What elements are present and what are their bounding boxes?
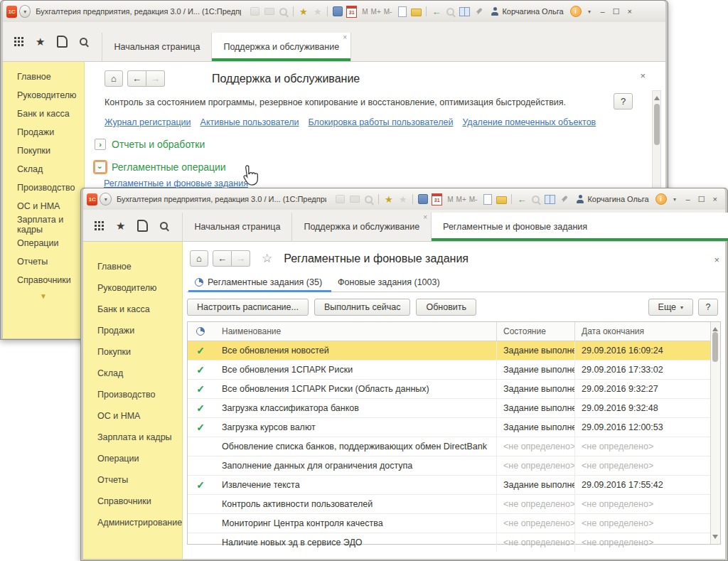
table-row[interactable]: ✓ Все обновления 1СПАРК Риски (Область д… — [188, 379, 711, 398]
calendar-icon[interactable]: 31 — [431, 193, 443, 205]
print-preview-icon[interactable] — [363, 193, 375, 205]
minimize-button[interactable]: – — [686, 195, 690, 203]
table-row[interactable]: ✓ Заполнение данных для ограничения дост… — [188, 456, 711, 475]
wrench-icon[interactable] — [558, 193, 570, 205]
home-button[interactable]: ⌂ — [105, 70, 123, 87]
table-header[interactable]: Наименование Состояние Дата окончания — [188, 322, 711, 341]
view-tab[interactable]: Регламентные задания (35) — [188, 274, 331, 292]
form-link[interactable]: Журнал регистрации — [105, 117, 191, 127]
table-row[interactable]: ✓ Все обновления 1СПАРК Риски Задание вы… — [188, 360, 711, 379]
sidebar-item[interactable]: Покупки — [3, 141, 84, 160]
history-back-icon[interactable]: ← — [515, 193, 528, 205]
table-row[interactable]: ✓ Наличие новых эд в сервисе ЭДО <не опр… — [188, 533, 711, 552]
sidebar-item[interactable]: Зарплата и кадры — [3, 215, 84, 234]
sidebar-item[interactable]: Продажи — [83, 320, 182, 341]
scheduled-jobs-link[interactable]: Регламентные и фоновые задания — [104, 178, 248, 188]
history-icon[interactable] — [57, 36, 68, 48]
calculator-icon[interactable] — [417, 193, 429, 205]
menu-grid-icon[interactable] — [95, 221, 104, 230]
save-icon[interactable] — [249, 6, 261, 17]
sidebar-item[interactable]: Отчеты — [3, 252, 84, 271]
toolbar-button[interactable]: Обновить — [416, 299, 476, 316]
back-button[interactable]: ← — [213, 250, 232, 267]
table-row[interactable]: ✓ Обновление списка банков, поддерживающ… — [188, 437, 711, 456]
print-preview-icon[interactable] — [277, 6, 289, 17]
sidebar-item[interactable]: Склад — [3, 160, 84, 178]
scroll-up-icon[interactable] — [712, 324, 718, 331]
main-menu-dropdown-icon[interactable]: ▾ — [100, 193, 112, 205]
close-button[interactable]: × — [628, 7, 632, 16]
window-tab[interactable]: Начальная страница × — [102, 33, 211, 61]
table-scrollbar[interactable] — [710, 322, 720, 544]
more-button[interactable]: Еще ▾ — [648, 299, 693, 316]
window-tab[interactable]: Регламентные и фоновые задания × — [431, 213, 728, 241]
history-back-icon[interactable]: ← — [430, 6, 442, 17]
new-document-icon[interactable] — [396, 6, 408, 17]
table-row[interactable]: ✓ Все обновления новостей Задание выполн… — [188, 341, 711, 360]
sidebar-item[interactable]: Главное — [3, 68, 84, 86]
sidebar-item[interactable]: Банк и касса — [83, 299, 182, 320]
toolbar-button[interactable]: Настроить расписание... — [187, 299, 309, 316]
close-button[interactable]: × — [713, 195, 717, 203]
sidebar-item[interactable]: Руководителю — [3, 86, 84, 105]
sidebar-item[interactable]: Продажи — [3, 123, 84, 141]
search-icon[interactable] — [80, 38, 87, 46]
sidebar-more-icon[interactable]: ▼ — [3, 292, 84, 300]
section-toggle-button[interactable]: › — [95, 161, 106, 173]
favorites-star-icon[interactable]: ★ — [116, 220, 125, 231]
print-icon[interactable] — [263, 6, 275, 17]
sidebar-item[interactable]: Производство — [3, 178, 84, 197]
sidebar-item[interactable]: Банк и касса — [3, 105, 84, 123]
column-end-date[interactable]: Дата окончания — [574, 322, 711, 341]
table-row[interactable]: ✓ Мониторинг Центра контроля качества <н… — [188, 513, 711, 533]
favorites-star-icon[interactable]: ★ — [36, 36, 45, 47]
split-window-icon[interactable] — [459, 6, 471, 17]
forward-button[interactable]: → — [146, 70, 165, 87]
sidebar-item[interactable]: Покупки — [83, 341, 182, 363]
table-row[interactable]: ✓ Извлечение текста Задание выполнено 29… — [188, 475, 711, 494]
scroll-up-icon[interactable] — [654, 93, 660, 100]
maximize-button[interactable]: ☐ — [698, 195, 705, 204]
sidebar-item[interactable]: Администрирование — [83, 512, 182, 533]
info-icon[interactable]: i — [655, 193, 667, 205]
minimize-button[interactable]: – — [601, 7, 605, 16]
tab-close-icon[interactable]: × — [343, 34, 347, 41]
sidebar-item[interactable]: Зарплата и кадры — [83, 427, 182, 448]
titlebar-dropdown-icon[interactable]: ▾ — [584, 6, 596, 17]
forward-button[interactable]: → — [232, 250, 250, 267]
history-icon[interactable] — [137, 220, 148, 232]
memory-buttons[interactable]: MM+M- — [447, 196, 477, 203]
sidebar-item[interactable]: Операции — [83, 448, 182, 469]
column-state[interactable]: Состояние — [496, 322, 574, 341]
help-button[interactable]: ? — [614, 93, 633, 109]
main-menu-dropdown-icon[interactable]: ▾ — [19, 5, 31, 18]
table-row[interactable]: ✓ Загрузка классификатора банков Задание… — [188, 398, 711, 417]
find-icon[interactable] — [530, 193, 542, 205]
section-toggle-button[interactable]: › — [95, 139, 106, 150]
sidebar-item[interactable]: Производство — [83, 384, 182, 405]
print-icon[interactable] — [348, 193, 360, 205]
favorites-icon[interactable]: ★ — [311, 6, 323, 17]
add-favorite-icon[interactable]: ★ — [297, 6, 309, 17]
save-icon[interactable] — [334, 193, 346, 205]
column-name[interactable]: Наименование — [213, 326, 496, 336]
form-close-icon[interactable]: × — [640, 70, 646, 81]
sidebar-item[interactable]: Руководителю — [83, 277, 182, 299]
home-button[interactable]: ⌂ — [190, 250, 208, 267]
maximize-button[interactable]: ☐ — [613, 7, 620, 16]
favorites-icon[interactable]: ★ — [397, 193, 409, 205]
calendar-icon[interactable]: 31 — [346, 6, 358, 17]
open-folder-icon[interactable] — [410, 6, 422, 17]
window-tab[interactable]: Поддержка и обслуживание × — [291, 213, 431, 241]
sidebar-item[interactable]: Главное — [83, 256, 182, 277]
split-window-icon[interactable] — [544, 193, 556, 205]
search-icon[interactable] — [160, 222, 168, 230]
sidebar-item[interactable]: Справочники — [83, 491, 182, 512]
find-icon[interactable] — [444, 6, 456, 17]
tab-close-icon[interactable]: × — [423, 214, 427, 221]
wrench-icon[interactable] — [473, 6, 485, 17]
table-row[interactable]: ✓ Загрузка курсов валют Задание выполнен… — [188, 417, 711, 437]
window-tab[interactable]: Начальная страница × — [182, 213, 291, 241]
form-link[interactable]: Активные пользователи — [200, 117, 299, 127]
info-icon[interactable]: i — [570, 6, 582, 17]
